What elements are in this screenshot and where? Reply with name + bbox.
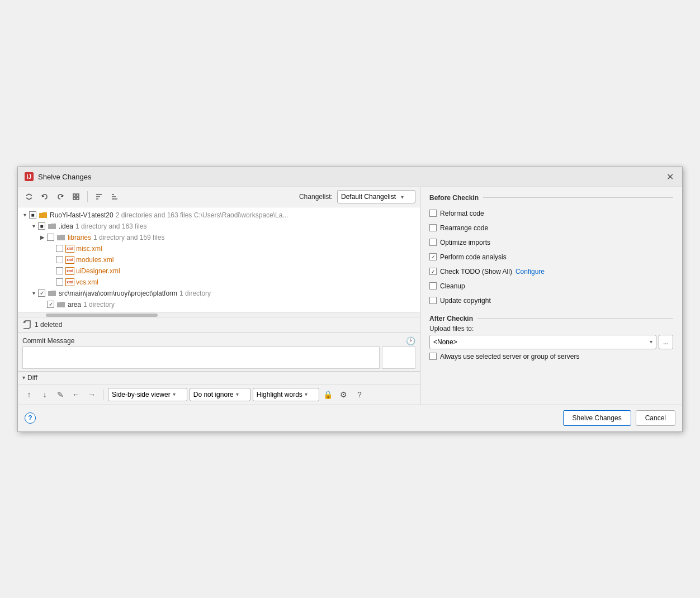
ignore-label: Do not ignore [193, 391, 234, 398]
upload-dropdown[interactable]: <None> ▾ [429, 335, 656, 349]
diff-sep1 [103, 389, 103, 400]
reformat-checkbox[interactable] [429, 210, 437, 217]
highlight-dropdown[interactable]: Highlight words ▾ [253, 388, 319, 401]
misc-checkbox[interactable] [56, 245, 63, 252]
idea-checkbox[interactable]: ■ [38, 222, 45, 230]
tree-row-src[interactable]: ▾ ✓ src\main\java\com\ruoyi\project\plat… [18, 288, 420, 299]
root-checkbox[interactable]: ■ [29, 211, 36, 219]
tree-row-idea[interactable]: ▾ ■ .idea 1 directory and 163 files [18, 221, 420, 232]
src-folder-icon [48, 289, 56, 298]
root-expand-arrow: ▾ [20, 211, 29, 220]
uidesigner-label: uiDesigner.xml [76, 267, 120, 275]
right-panel: Before Checkin Reformat code Rearrange c… [420, 187, 682, 405]
area-checkbox[interactable]: ✓ [47, 301, 54, 308]
idea-expand-arrow: ▾ [29, 222, 38, 231]
after-checkin-title: After Checkin [429, 315, 473, 322]
cancel-button[interactable]: Cancel [636, 410, 675, 426]
after-checkin-line [477, 318, 673, 319]
lock-button[interactable]: 🔒 [321, 388, 335, 401]
title-bar-left: IJ Shelve Changes [25, 172, 91, 181]
rearrange-label: Rearrange code [440, 224, 488, 232]
file-tree[interactable]: ▾ ■ RuoYi-fast-V1atest20 2 directories a… [18, 207, 420, 312]
code-analysis-checkbox[interactable] [429, 253, 437, 260]
libraries-meta: 1 directory and 159 files [93, 234, 164, 241]
option-rearrange: Rearrange code [429, 223, 673, 233]
tree-row-area[interactable]: ▶ ✓ area 1 directory [18, 299, 420, 310]
toolbar: Changelist: Default Changelist ▾ [18, 187, 420, 207]
vcs-checkbox[interactable] [56, 278, 63, 286]
diff-collapse-arrow[interactable]: ▾ [22, 374, 25, 381]
h-scrollbar[interactable] [18, 312, 420, 317]
ignore-dropdown[interactable]: Do not ignore ▾ [190, 388, 250, 401]
modules-checkbox[interactable] [56, 256, 63, 263]
always-use-checkbox[interactable] [429, 353, 437, 360]
settings-button[interactable]: ⚙ [337, 388, 351, 401]
src-checkbox[interactable]: ✓ [38, 289, 45, 297]
viewer-label: Side-by-side viewer [112, 391, 171, 398]
diff-right-button[interactable]: → [85, 388, 98, 401]
close-button[interactable]: ✕ [664, 171, 675, 182]
modules-label: modules.xml [76, 256, 113, 264]
always-use-row: Always use selected server or group of s… [429, 353, 673, 360]
changelist-dropdown[interactable]: Default Changelist ▾ [337, 190, 415, 203]
cleanup-checkbox[interactable] [429, 282, 437, 289]
vcs-file-icon: xml [65, 278, 74, 286]
diff-up-button[interactable]: ↑ [22, 388, 36, 401]
help-button[interactable]: ? [25, 412, 36, 424]
tree-row-uidesigner[interactable]: ▶ xml uiDesigner.xml [18, 265, 420, 277]
highlight-label: Highlight words [257, 391, 302, 398]
todo-checkbox[interactable] [429, 268, 437, 275]
option-cleanup: Cleanup [429, 281, 673, 291]
svg-rect-0 [73, 194, 75, 196]
expand-all-button[interactable] [22, 190, 36, 203]
uidesigner-file-icon: xml [65, 267, 74, 275]
copyright-checkbox[interactable] [429, 297, 437, 304]
rearrange-checkbox[interactable] [429, 224, 437, 231]
tree-row-root[interactable]: ▾ ■ RuoYi-fast-V1atest20 2 directories a… [18, 210, 420, 221]
bottom-right: Shelve Changes Cancel [563, 410, 675, 426]
commit-message-input[interactable] [22, 347, 380, 369]
tree-row-vcs[interactable]: ▶ xml vcs.xml [18, 277, 420, 288]
app-icon: IJ [25, 172, 34, 181]
tree-row-misc[interactable]: ▶ xml misc.xml [18, 243, 420, 254]
group-button[interactable] [69, 190, 83, 203]
before-checkin-title: Before Checkin [429, 194, 479, 202]
diff-left-button[interactable]: ← [69, 388, 83, 401]
copyright-label: Update copyright [440, 297, 491, 305]
undo-button[interactable] [38, 190, 51, 203]
sort-asc-button[interactable] [108, 190, 121, 203]
configure-link[interactable]: Configure [515, 268, 545, 276]
vcs-label: vcs.xml [76, 278, 98, 286]
uidesigner-checkbox[interactable] [56, 267, 63, 274]
diff-down-button[interactable]: ↓ [38, 388, 51, 401]
option-reformat: Reformat code [429, 208, 673, 219]
commit-label: Commit Message [22, 337, 74, 345]
area-label: area [68, 301, 81, 309]
deleted-count: 1 deleted [35, 321, 62, 329]
diff-header: ▾ Diff [18, 372, 420, 385]
idea-label: .idea [59, 222, 73, 230]
diff-help-button[interactable]: ? [353, 388, 366, 401]
optimize-checkbox[interactable] [429, 239, 437, 246]
redo-button[interactable] [54, 190, 67, 203]
after-checkin-header: After Checkin [429, 315, 673, 322]
viewer-dropdown[interactable]: Side-by-side viewer ▾ [108, 388, 187, 401]
bottom-left: ? [25, 412, 36, 424]
misc-label: misc.xml [76, 245, 102, 253]
diff-section: ▾ Diff ↑ ↓ ✎ ← → Side-by-side viewer ▾ D… [18, 371, 420, 405]
idea-meta: 1 directory and 163 files [75, 222, 146, 230]
toolbar-sep [87, 191, 88, 202]
diff-toolbar: ↑ ↓ ✎ ← → Side-by-side viewer ▾ Do not i… [18, 385, 420, 405]
sort-desc-button[interactable] [92, 190, 106, 203]
diff-edit-button[interactable]: ✎ [54, 388, 67, 401]
commit-clock-icon[interactable]: 🕐 [406, 336, 415, 345]
commit-textarea-container [18, 347, 420, 371]
changelist-label: Changelist: [299, 193, 333, 201]
upload-browse-button[interactable]: ... [659, 335, 673, 349]
optimize-label: Optimize imports [440, 239, 490, 246]
tree-row-modules[interactable]: ▶ xml modules.xml [18, 254, 420, 265]
shelve-changes-button[interactable]: Shelve Changes [563, 410, 631, 426]
libraries-checkbox[interactable] [47, 234, 54, 241]
tree-row-libraries[interactable]: ▶ libraries 1 directory and 159 files [18, 232, 420, 243]
todo-label: Check TODO (Show All) [440, 268, 512, 276]
